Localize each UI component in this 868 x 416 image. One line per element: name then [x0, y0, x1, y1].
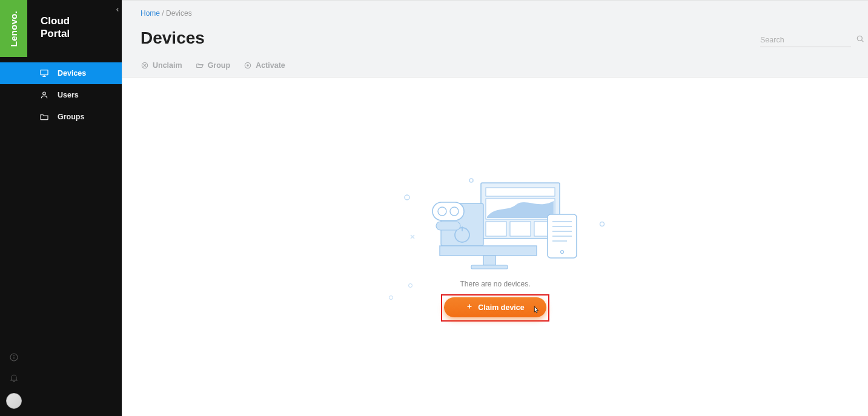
monitor-icon	[39, 68, 49, 78]
activate-icon	[244, 61, 252, 70]
svg-rect-27	[483, 256, 495, 265]
sidebar-item-groups[interactable]: Groups	[27, 106, 122, 128]
info-icon[interactable]	[8, 352, 19, 363]
svg-point-15	[469, 179, 473, 182]
svg-rect-26	[440, 246, 537, 256]
collapse-sidebar-button[interactable]	[113, 5, 122, 15]
sidebar-nav: Devices Users Groups	[27, 62, 122, 128]
brand-title-line1: Cloud	[41, 15, 122, 27]
sidebar-item-label: Devices	[58, 69, 86, 78]
search-wrap	[760, 33, 851, 47]
folder-icon	[39, 112, 49, 122]
svg-rect-29	[432, 202, 464, 220]
claim-device-label: Claim device	[478, 303, 524, 312]
brand-title-line2: Portal	[41, 27, 122, 40]
bell-icon[interactable]	[8, 372, 19, 383]
avatar[interactable]	[6, 393, 22, 409]
bubble-icon	[408, 283, 412, 288]
sidebar: Cloud Portal Devices Users Groups	[27, 0, 122, 416]
svg-point-12	[857, 36, 862, 41]
svg-line-13	[861, 40, 863, 42]
svg-point-11	[247, 64, 249, 67]
svg-point-14	[405, 195, 409, 200]
svg-rect-28	[471, 265, 508, 269]
sidebar-item-label: Groups	[58, 113, 84, 121]
svg-rect-32	[436, 222, 460, 230]
claim-device-button[interactable]: Claim device	[444, 297, 546, 317]
main: Home / Devices Devices Unclaim Group	[122, 0, 868, 416]
user-icon	[39, 90, 49, 100]
search-input[interactable]	[760, 33, 855, 47]
unclaim-button[interactable]: Unclaim	[141, 61, 182, 70]
breadcrumb-home[interactable]: Home	[141, 9, 160, 18]
svg-point-2	[13, 355, 14, 356]
plus-icon	[466, 303, 473, 312]
activate-label: Activate	[256, 61, 285, 70]
rail-footer	[0, 57, 27, 416]
top-bar: Home / Devices Devices Unclaim Group	[122, 0, 868, 78]
breadcrumb: Home / Devices	[141, 9, 850, 18]
search-icon[interactable]	[855, 34, 865, 46]
empty-message: There are no devices.	[460, 280, 530, 288]
folder-open-icon	[196, 61, 204, 70]
brand-title: Cloud Portal	[27, 0, 122, 41]
content: There are no devices. Claim device	[122, 78, 868, 416]
toolbar: Unclaim Group Activate	[141, 61, 850, 70]
svg-rect-18	[486, 188, 555, 196]
svg-point-16	[600, 222, 604, 226]
svg-rect-20	[486, 222, 506, 236]
sidebar-item-devices[interactable]: Devices	[27, 62, 122, 84]
brand-logo: Lenovo.	[0, 0, 27, 57]
unclaim-icon	[141, 61, 149, 70]
bubble-icon	[389, 295, 393, 300]
svg-point-6	[43, 92, 46, 95]
breadcrumb-current: Devices	[166, 9, 192, 18]
group-button[interactable]: Group	[196, 61, 231, 70]
activate-button[interactable]: Activate	[244, 61, 285, 70]
unclaim-label: Unclaim	[153, 61, 182, 70]
sidebar-item-users[interactable]: Users	[27, 84, 122, 106]
brand-logo-text: Lenovo.	[8, 10, 19, 47]
svg-rect-21	[510, 222, 531, 236]
claim-highlight: Claim device	[441, 294, 549, 322]
group-label: Group	[208, 61, 231, 70]
page-title: Devices	[141, 28, 850, 48]
svg-rect-3	[41, 70, 48, 74]
empty-illustration	[374, 174, 617, 271]
sidebar-item-label: Users	[58, 91, 79, 99]
